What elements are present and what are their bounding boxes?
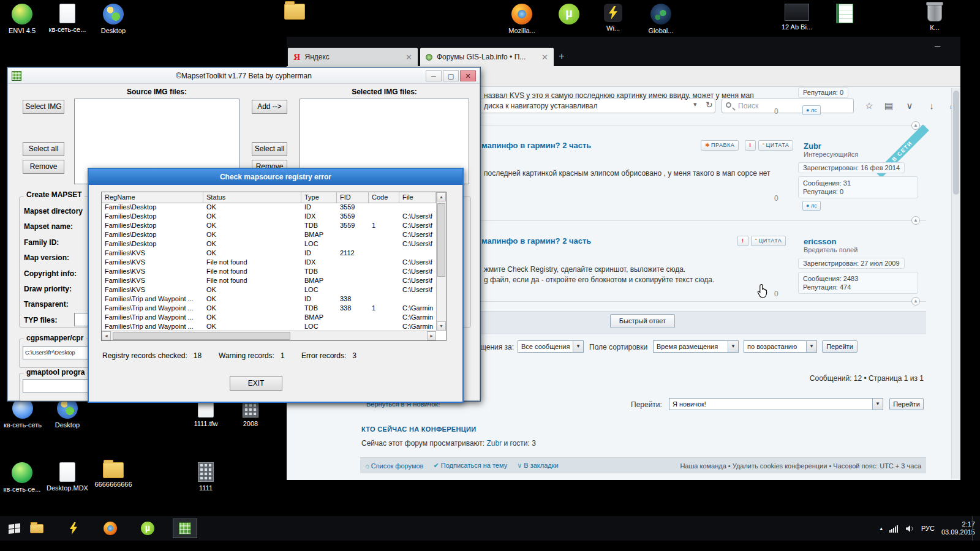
desktop-icon-mdx[interactable]: Desktop.MDX: [45, 462, 89, 492]
select-img-button[interactable]: Select IMG: [23, 100, 64, 114]
vertical-scrollbar[interactable]: ▲ ▼: [436, 192, 446, 331]
start-button[interactable]: [5, 520, 24, 537]
speaker-icon[interactable]: [905, 525, 914, 533]
scroll-down-icon[interactable]: ▼: [437, 321, 446, 331]
tab-close-icon[interactable]: ✕: [541, 53, 548, 62]
taskbar-explorer[interactable]: [27, 520, 47, 537]
messages-filter-select[interactable]: Все сообщения: [518, 340, 584, 353]
footer-links-right[interactable]: Наша команда • Удалить cookies конференц…: [680, 462, 921, 470]
window-minimize-icon[interactable]: ─: [935, 42, 940, 51]
scroll-top-icon[interactable]: ▲: [911, 216, 920, 225]
desktop-icon-utorrent[interactable]: [547, 4, 591, 27]
add-button[interactable]: Add -->: [252, 100, 287, 114]
column-fid[interactable]: FID: [337, 192, 369, 203]
table-row[interactable]: Families\KVS File not found BMAP C:\User…: [102, 277, 436, 286]
network-icon[interactable]: [889, 525, 899, 533]
tab-gislab[interactable]: Форумы GIS-Lab.info • П... ✕: [420, 48, 554, 66]
table-row[interactable]: Families\KVS OK LOC C:\Users\f: [102, 286, 436, 295]
scrollbar-thumb[interactable]: [953, 91, 959, 195]
post-title-link[interactable]: мапинфо в гармин? 2 часть: [481, 236, 591, 246]
table-row[interactable]: Families\Trip and Waypoint ... OK TDB 33…: [102, 304, 436, 313]
quick-reply-button[interactable]: Быстрый ответ: [610, 314, 675, 328]
table-row[interactable]: Families\Desktop OK ID 3559: [102, 203, 436, 212]
column-regname[interactable]: RegName: [102, 192, 203, 203]
column-type[interactable]: Type: [301, 192, 337, 203]
sort-field-select[interactable]: Время размещения: [653, 340, 739, 353]
online-user-link[interactable]: Zubr: [487, 439, 502, 448]
table-row[interactable]: Families\KVS File not found TDB C:\Users…: [102, 268, 436, 277]
desktop-icon-net2[interactable]: кв-сеть-се...: [0, 462, 44, 493]
scroll-left-icon[interactable]: ◄: [102, 331, 111, 340]
taskbar-firefox[interactable]: [100, 520, 120, 537]
table-row[interactable]: Families\Desktop OK LOC C:\Users\f: [102, 240, 436, 249]
desktop-icon-winamp[interactable]: Wi...: [591, 4, 635, 32]
desktop-icon-desktop[interactable]: Desktop: [91, 4, 135, 34]
window-titlebar[interactable]: ©MapsetToolkit v1.77 Beta by cypherman ─…: [8, 68, 480, 84]
table-row[interactable]: Families\Desktop OK IDX 3559 C:\Users\f: [102, 212, 436, 222]
quote-button[interactable]: “ЦИТАТА: [751, 236, 786, 246]
desktop-icon-doc1[interactable]: кв-сеть-се...: [45, 4, 89, 33]
clock[interactable]: 2:17 03.09.2015: [941, 520, 975, 536]
scroll-up-icon[interactable]: ▲: [437, 192, 446, 201]
sort-order-select[interactable]: по возрастанию: [744, 340, 817, 353]
tab-yandex[interactable]: Я Яндекс ✕: [288, 48, 418, 66]
table-row[interactable]: Families\KVS OK ID 2112: [102, 249, 436, 258]
scroll-right-icon[interactable]: ►: [427, 331, 436, 340]
taskbar-winamp[interactable]: [64, 520, 83, 537]
table-row[interactable]: Families\Desktop OK TDB 3559 1 C:\Users\…: [102, 222, 436, 231]
tab-close-icon[interactable]: ✕: [405, 53, 412, 62]
table-row[interactable]: Families\Trip and Waypoint ... OK BMAP C…: [102, 313, 436, 323]
edit-button[interactable]: ✱ПРАВКА: [701, 140, 739, 151]
table-row[interactable]: Families\KVS File not found IDX C:\Users…: [102, 258, 436, 268]
desktop-icon-firefox[interactable]: Mozilla...: [500, 4, 544, 34]
column-file[interactable]: File: [399, 192, 436, 203]
private-message-button[interactable]: ● лс: [802, 105, 821, 115]
username-link[interactable]: Zubr: [804, 141, 821, 151]
desktop-icon-picture[interactable]: 12 Ab Bi...: [775, 4, 819, 31]
column-status[interactable]: Status: [203, 192, 301, 203]
page-scrollbar[interactable]: [951, 88, 960, 479]
show-desktop-button[interactable]: [972, 516, 975, 541]
report-button[interactable]: !: [745, 140, 756, 151]
new-tab-button[interactable]: +: [559, 50, 565, 62]
horizontal-scrollbar[interactable]: ◄ ►: [102, 331, 436, 340]
username-link[interactable]: ericsson: [804, 237, 836, 246]
column-code[interactable]: Code: [369, 192, 399, 203]
desktop-icon-trash[interactable]: К...: [913, 4, 957, 31]
desktop-icon-folder[interactable]: [273, 4, 317, 22]
desktop-icon-spreadsheet[interactable]: [823, 4, 867, 26]
tray-expand-icon[interactable]: ▴: [880, 525, 883, 531]
desktop-icon-folder2[interactable]: 6666666666: [91, 462, 135, 488]
desktop-icon-net1[interactable]: кв-сеть-сеть: [1, 398, 45, 429]
table-header[interactable]: RegName Status Type FID Code File: [102, 192, 436, 203]
forum-jump-select[interactable]: Я новичок!: [669, 398, 883, 410]
post-title-link[interactable]: мапинфо в гармин? 2 часть: [481, 141, 591, 150]
jump-go-button[interactable]: Перейти: [889, 398, 924, 410]
desktop-icon-desktop2[interactable]: Desktop: [45, 398, 89, 429]
select-all-left-button[interactable]: Select all: [23, 142, 64, 156]
table-row[interactable]: Families\Trip and Waypoint ... OK LOC C:…: [102, 323, 436, 331]
scroll-top-icon[interactable]: ▲: [911, 297, 920, 305]
desktop-icon-envi[interactable]: ENVI 4.5: [0, 4, 44, 34]
remove-left-button[interactable]: Remove: [23, 160, 64, 174]
exit-button[interactable]: EXIT: [230, 376, 282, 391]
taskbar-mapset-active[interactable]: [173, 519, 197, 538]
subscribe-link[interactable]: ✔ Подписаться на тему: [433, 462, 507, 470]
desktop-icon-1111[interactable]: 1111: [184, 462, 228, 492]
desktop-icon-globalmapper[interactable]: Global...: [639, 4, 683, 34]
language-indicator[interactable]: РУС: [921, 525, 935, 532]
dialog-titlebar[interactable]: Check mapsource registry error: [89, 169, 462, 185]
private-message-button[interactable]: ● лс: [802, 201, 821, 211]
table-row[interactable]: Families\Desktop OK BMAP C:\Users\f: [102, 231, 436, 240]
minimize-button[interactable]: ─: [426, 70, 442, 81]
bookmark-link[interactable]: ∨ В закладки: [517, 462, 559, 470]
scrollbar-thumb[interactable]: [113, 332, 290, 340]
select-all-right-button[interactable]: Select all: [252, 142, 287, 156]
taskbar-utorrent[interactable]: µ: [138, 520, 157, 537]
quote-button[interactable]: “ЦИТАТА: [758, 140, 793, 151]
scrollbar-thumb[interactable]: [437, 203, 445, 277]
maximize-button[interactable]: ▢: [443, 70, 459, 81]
forum-list-link[interactable]: ⌂ Список форумов: [365, 462, 423, 470]
sort-go-button[interactable]: Перейти: [822, 340, 858, 353]
close-button[interactable]: ✕: [460, 70, 476, 81]
